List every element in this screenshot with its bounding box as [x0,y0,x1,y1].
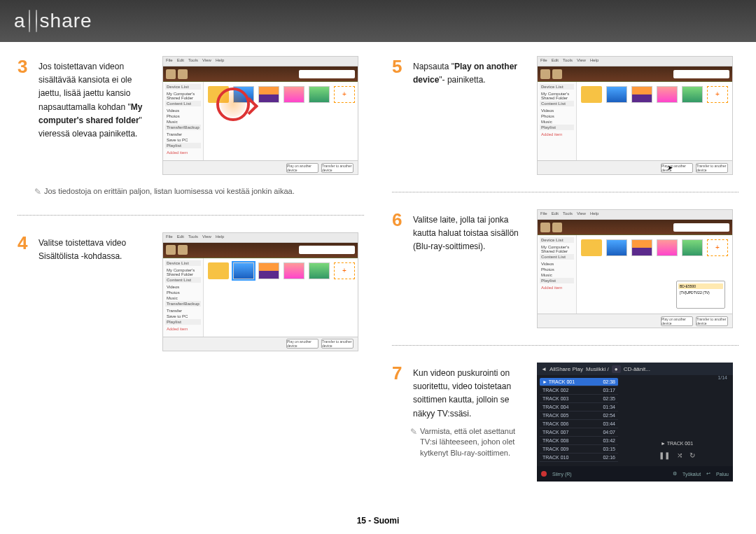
separator-2 [392,192,738,192]
side-photos: Photos [165,113,201,119]
s4-save: Save to PC [165,314,201,319]
s4-shared: My Computer's Shared Folder [165,267,201,277]
shuffle-icon: ⤭ [677,451,682,459]
thumb-add: + [334,86,355,103]
m6-edit: Edit [552,211,559,218]
t4-folder [208,262,229,279]
f5-play: Play on another device [661,163,693,173]
tool-btn-1 [166,69,176,79]
f5-transfer: Transfer to another device [696,163,728,173]
t6-time: 03:44 [603,421,615,426]
s4-photos: Photos [165,290,201,295]
t6-sunset [631,239,652,256]
side-videos: Videos [165,108,201,113]
right-column: 5 Napsauta "Play on another device"- pai… [392,56,738,482]
t5-search [673,70,729,78]
t4-btn-1 [166,245,176,255]
screenshot-step-3: File Edit Tools View Help Device List My… [162,56,358,175]
s5-hdr-playlist: Playlist [540,125,574,130]
menu-tools: Tools [188,58,198,64]
step-3-note-text: Jos tiedostoja on erittäin paljon, lista… [44,186,295,198]
cd-disc-icon: ● [612,365,621,373]
s4-hdr-playlist: Playlist [165,319,201,325]
shot5-main: + [577,82,732,160]
t7-name: TRACK 007 [542,430,568,435]
separator-1 [18,215,364,216]
m4-view: View [202,234,211,241]
m5-file: File [540,58,547,64]
t6-search [673,223,729,232]
menu-edit: Edit [177,58,184,64]
shot5-sidebar: Device List My Computer's Shared Folder … [538,82,577,160]
track-row-5: TRACK 00502:54 [540,412,618,420]
s5-hdr-cont: Content List [540,101,574,106]
tools-icon: ⚙ [673,471,677,477]
t5-btn-2 [552,69,562,79]
repeat-icon: ↻ [690,451,695,459]
side-hdr-content: Content List [165,101,201,106]
s4-playlist: Added item [165,326,201,332]
s4-hdr-content: Content List [165,277,201,283]
s5-music: Music [540,119,574,125]
brand-divider-2 [36,10,37,32]
s5-c: "- painiketta. [439,75,485,85]
m5-view: View [577,58,586,64]
t5-folder [581,86,602,103]
shot6-sidebar: Device List My Computer's Shared Folder … [538,235,577,314]
t5-green [682,86,703,103]
step-3-note: ✎ Jos tiedostoja on erittäin paljon, lis… [34,186,364,198]
t5-name: TRACK 005 [542,413,568,418]
player-count: 1/14 [718,375,727,380]
t4-btn-2 [178,245,188,255]
search-box [299,70,355,78]
shot6-toolbar [538,220,732,235]
step-3-number: 3 [18,56,31,141]
t6-add: + [707,239,728,256]
separator-3 [392,345,738,346]
t4-sunset [258,262,279,279]
note-icon-7: ✎ [410,426,417,458]
screenshot-step-6: File Edit Tools View Help Device List My… [537,209,733,328]
track-row-3: TRACK 00302:35 [540,395,618,403]
step-3: 3 Jos toistettavan videon sisältävää kan… [18,56,154,141]
t4-green [309,262,330,279]
foot-transfer: Transfer to another device [321,163,354,173]
f6-transfer: Transfer to another device [696,316,728,326]
shot-menubar: File Edit Tools View Help [163,57,358,66]
s5-shared: My Computer's Shared Folder [540,91,574,101]
s4-music: Music [165,295,201,301]
s6-videos: Videos [540,261,574,267]
t4-search [299,246,355,254]
m5-tools: Tools [563,58,573,64]
player-footer: Siirry (R) ⚙ Työkalut ↩ Paluu [537,466,733,482]
m6-tools: Tools [563,211,573,218]
m6-file: File [540,211,547,218]
t6-pink [657,239,678,256]
s6-playlist: Added item [540,285,574,290]
player-title: AllShare Play [550,366,583,372]
tool-btn-2 [178,69,188,79]
t5-btn-1 [540,69,550,79]
side-save: Save to PC [165,137,201,143]
t4-name: TRACK 004 [542,405,568,409]
t2-time: 03:17 [603,388,615,393]
shot6-menubar: File Edit Tools View Help [538,210,732,220]
side-transfer: Transfer [165,132,201,137]
t6-folder [581,239,602,256]
step-7-number: 7 [392,363,406,458]
cursor-icon: ➤ [667,164,673,171]
t3-name: TRACK 003 [542,396,568,401]
t5-sunset [631,86,652,103]
s5-photos: Photos [540,113,574,119]
f6-play: Play on another device [661,316,693,326]
track-row-9: TRACK 00903:15 [540,445,618,454]
t6-green [682,239,703,256]
step-3-text-a: Jos toistettavan videon sisältävää kansi… [38,62,132,112]
player-controls: ❚❚ ⤭ ↻ [659,451,695,459]
step-5-text: Napsauta "Play on another device"- paini… [413,56,528,87]
s4-videos: Videos [165,284,201,290]
menu-help: Help [216,58,224,64]
step-7-text: Kun videon puskurointi on suoritettu, vi… [413,363,528,458]
menu-file: File [166,58,173,64]
player-right: ► TRACK 001 ❚❚ ⤭ ↻ [621,375,733,466]
